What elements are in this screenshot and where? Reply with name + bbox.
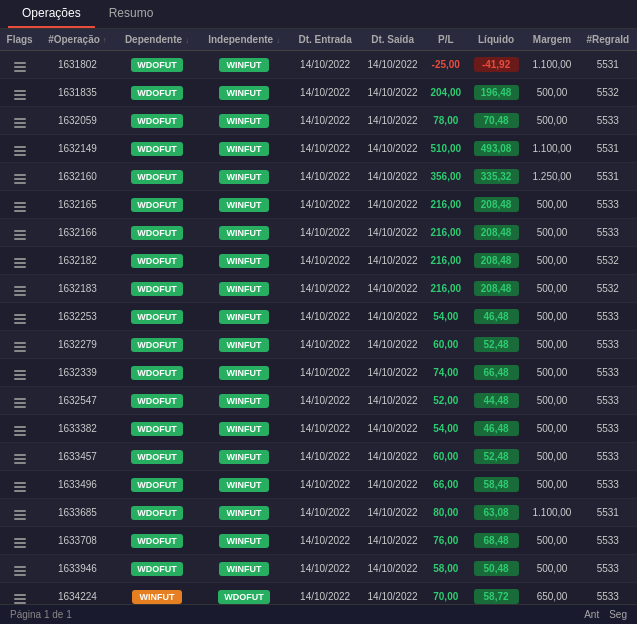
cell-flags[interactable] xyxy=(0,499,39,527)
row-menu-icon[interactable] xyxy=(13,480,27,494)
row-menu-icon[interactable] xyxy=(13,592,27,604)
col-regrald: #Regrald xyxy=(579,29,637,51)
cell-dt-saida: 14/10/2022 xyxy=(360,359,424,387)
cell-dt-entrada: 14/10/2022 xyxy=(290,331,360,359)
tab-resumo[interactable]: Resumo xyxy=(95,0,168,28)
cell-regrald: 5532 xyxy=(579,247,637,275)
cell-dependente: WDOFUT xyxy=(116,135,199,163)
row-menu-icon[interactable] xyxy=(13,228,27,242)
prev-page-btn[interactable]: Ant xyxy=(584,609,599,620)
cell-margem: 1.100,00 xyxy=(525,51,578,79)
cell-flags[interactable] xyxy=(0,443,39,471)
table-row: 1632547 WDOFUT WINFUT 14/10/2022 14/10/2… xyxy=(0,387,637,415)
ind-badge: WINFUT xyxy=(219,534,269,548)
cell-margem: 500,00 xyxy=(525,331,578,359)
cell-operacao: 1632160 xyxy=(39,163,115,191)
cell-flags[interactable] xyxy=(0,79,39,107)
cell-flags[interactable] xyxy=(0,555,39,583)
cell-independente: WINFUT xyxy=(198,359,290,387)
cell-flags[interactable] xyxy=(0,275,39,303)
cell-flags[interactable] xyxy=(0,219,39,247)
liquido-value: 58,48 xyxy=(474,477,519,492)
row-menu-icon[interactable] xyxy=(13,60,27,74)
cell-flags[interactable] xyxy=(0,135,39,163)
cell-pl: 216,00 xyxy=(425,247,467,275)
col-independente[interactable]: Independente ↓ xyxy=(198,29,290,51)
cell-operacao: 1632183 xyxy=(39,275,115,303)
cell-dt-entrada: 14/10/2022 xyxy=(290,387,360,415)
cell-dt-entrada: 14/10/2022 xyxy=(290,415,360,443)
row-menu-icon[interactable] xyxy=(13,312,27,326)
row-menu-icon[interactable] xyxy=(13,368,27,382)
table-container[interactable]: Flags #Operação ↑ Dependente ↓ Independe… xyxy=(0,29,637,604)
cell-flags[interactable] xyxy=(0,303,39,331)
row-menu-icon[interactable] xyxy=(13,536,27,550)
table-row: 1632279 WDOFUT WINFUT 14/10/2022 14/10/2… xyxy=(0,331,637,359)
cell-liquido: 208,48 xyxy=(467,191,526,219)
row-menu-icon[interactable] xyxy=(13,452,27,466)
dep-badge: WDOFUT xyxy=(131,226,183,240)
cell-dependente: WDOFUT xyxy=(116,471,199,499)
ind-badge: WINFUT xyxy=(219,478,269,492)
row-menu-icon[interactable] xyxy=(13,284,27,298)
cell-pl: 74,00 xyxy=(425,359,467,387)
cell-flags[interactable] xyxy=(0,163,39,191)
row-menu-icon[interactable] xyxy=(13,172,27,186)
cell-liquido: 63,08 xyxy=(467,499,526,527)
cell-flags[interactable] xyxy=(0,331,39,359)
row-menu-icon[interactable] xyxy=(13,144,27,158)
cell-liquido: 335,32 xyxy=(467,163,526,191)
col-dependente[interactable]: Dependente ↓ xyxy=(116,29,199,51)
dep-badge: WDOFUT xyxy=(131,366,183,380)
cell-dt-saida: 14/10/2022 xyxy=(360,303,424,331)
cell-dependente: WDOFUT xyxy=(116,415,199,443)
cell-flags[interactable] xyxy=(0,387,39,415)
cell-liquido: 208,48 xyxy=(467,247,526,275)
row-menu-icon[interactable] xyxy=(13,200,27,214)
dep-badge: WDOFUT xyxy=(131,310,183,324)
cell-regrald: 5531 xyxy=(579,163,637,191)
dep-badge: WDOFUT xyxy=(131,534,183,548)
cell-regrald: 5531 xyxy=(579,135,637,163)
row-menu-icon[interactable] xyxy=(13,340,27,354)
liquido-value: 52,48 xyxy=(474,449,519,464)
cell-flags[interactable] xyxy=(0,527,39,555)
liquido-value: 44,48 xyxy=(474,393,519,408)
cell-pl: -25,00 xyxy=(425,51,467,79)
cell-flags[interactable] xyxy=(0,107,39,135)
row-menu-icon[interactable] xyxy=(13,256,27,270)
cell-operacao: 1632182 xyxy=(39,247,115,275)
cell-independente: WINFUT xyxy=(198,79,290,107)
row-menu-icon[interactable] xyxy=(13,116,27,130)
dep-badge: WDOFUT xyxy=(131,506,183,520)
cell-dependente: WDOFUT xyxy=(116,107,199,135)
table-row: 1632059 WDOFUT WINFUT 14/10/2022 14/10/2… xyxy=(0,107,637,135)
table-row: 1632166 WDOFUT WINFUT 14/10/2022 14/10/2… xyxy=(0,219,637,247)
cell-flags[interactable] xyxy=(0,191,39,219)
cell-flags[interactable] xyxy=(0,583,39,605)
next-page-btn[interactable]: Seg xyxy=(609,609,627,620)
row-menu-icon[interactable] xyxy=(13,424,27,438)
row-menu-icon[interactable] xyxy=(13,396,27,410)
cell-independente: WINFUT xyxy=(198,555,290,583)
cell-dependente: WDOFUT xyxy=(116,387,199,415)
cell-pl: 216,00 xyxy=(425,191,467,219)
cell-flags[interactable] xyxy=(0,247,39,275)
cell-dt-saida: 14/10/2022 xyxy=(360,415,424,443)
cell-operacao: 1634224 xyxy=(39,583,115,605)
liquido-value: 70,48 xyxy=(474,113,519,128)
dep-badge: WDOFUT xyxy=(131,478,183,492)
cell-flags[interactable] xyxy=(0,471,39,499)
cell-flags[interactable] xyxy=(0,415,39,443)
ind-badge: WINFUT xyxy=(219,254,269,268)
row-menu-icon[interactable] xyxy=(13,508,27,522)
row-menu-icon[interactable] xyxy=(13,88,27,102)
cell-pl: 52,00 xyxy=(425,387,467,415)
row-menu-icon[interactable] xyxy=(13,564,27,578)
col-operacao[interactable]: #Operação ↑ xyxy=(39,29,115,51)
cell-dt-saida: 14/10/2022 xyxy=(360,79,424,107)
cell-flags[interactable] xyxy=(0,51,39,79)
cell-flags[interactable] xyxy=(0,359,39,387)
page-info: Página 1 de 1 xyxy=(10,609,72,620)
tab-operacoes[interactable]: Operações xyxy=(8,0,95,28)
